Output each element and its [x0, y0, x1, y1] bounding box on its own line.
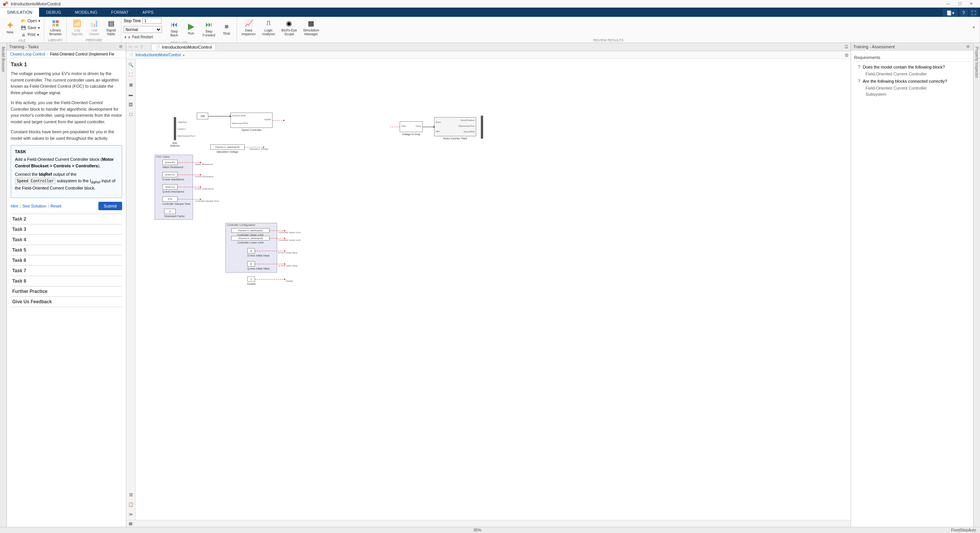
constant-block[interactable]: pmsm.Ld [162, 172, 178, 177]
data-inspector-button[interactable]: 📈 Data Inspector [239, 18, 258, 37]
review-group-label: REVIEW RESULTS [237, 38, 980, 43]
stop-icon: ■ [222, 22, 231, 31]
block-label: Q-Axis Inductance [162, 190, 184, 193]
constant-block[interactable]: 1 [247, 276, 255, 282]
stop-button[interactable]: ■ Stop [219, 21, 234, 36]
motor-inverter-block[interactable]: Dabc Iabc MotorPosition Mechanical Pos M… [434, 117, 476, 136]
bottom-tool-1-icon[interactable]: ▥ [127, 491, 134, 498]
tab-simulation[interactable]: SIMULATION [0, 8, 39, 17]
task-row[interactable]: Task 2 [11, 214, 122, 224]
fit-view-icon[interactable]: ⛶ [127, 71, 134, 78]
speed-controller-block[interactable]: Desired RPM Measured RPM IdqRef [230, 113, 273, 128]
canvas-crumb[interactable]: IntroductiontoMotorControl [136, 53, 181, 57]
fast-restart-button[interactable]: ⏵⏵Fast Restart [124, 34, 162, 40]
constant-block[interactable]: 2*pmsm.V_rated/sqrt(3) [231, 228, 270, 233]
new-icon: ✚ [5, 21, 15, 30]
signal-table-button[interactable]: ▤ Signal Table [103, 18, 119, 37]
sim-mode-select[interactable]: Normal [124, 26, 162, 33]
block-label: Controller Lower Limit [231, 241, 270, 244]
task-row[interactable]: Give Us Feedback [11, 296, 122, 307]
breadcrumb-link[interactable]: Closed-Loop Control [10, 52, 45, 56]
submit-button[interactable]: Submit [98, 202, 122, 210]
property-inspector-collapsed[interactable]: Property Inspector [973, 43, 980, 527]
simulink-canvas[interactable]: Bus Selector <IdqsRef> <wIaIbc> <Mechani… [136, 59, 851, 520]
library-browser-button[interactable]: Library Browser [47, 18, 64, 37]
collapse-icon[interactable]: ≫ [127, 511, 134, 518]
toolbar-shortcuts-icon[interactable]: 📑▾ [942, 9, 958, 17]
save-button[interactable]: 💾Save ▾ [19, 25, 42, 31]
sim-manager-button[interactable]: ▦ Simulation Manager [301, 18, 322, 37]
run-icon: ▶ [186, 22, 196, 31]
stop-time-input[interactable] [142, 18, 162, 24]
block-label: D-Axis Inductance [162, 178, 184, 181]
constant-block[interactable]: pmsm.Rs [162, 160, 178, 165]
constant-block[interactable]: 0 [247, 248, 255, 253]
tasks-panel-minimize-icon[interactable]: ⊖ [118, 44, 124, 50]
tab-debug[interactable]: DEBUG [39, 8, 68, 17]
log-signals-button[interactable]: 📶 Log Signals [69, 18, 85, 37]
nav-up-icon[interactable]: ⇧ [140, 44, 144, 49]
constant-block[interactable]: 2*Ts [162, 196, 178, 202]
view-toggle-icon[interactable]: ▥ [845, 53, 848, 57]
task-row[interactable]: Task 3 [11, 224, 122, 235]
canvas-bottom-icon[interactable]: ▦ [129, 521, 132, 526]
library-icon [51, 19, 60, 28]
logic-analyzer-button[interactable]: ⎍ Logic Analyzer [260, 18, 278, 37]
model-tab[interactable]: 📄 IntroductiontoMotorControl [151, 44, 216, 51]
comment-icon[interactable]: ▬ [127, 91, 134, 98]
maximize-button[interactable]: ☐ [954, 0, 965, 7]
requirement-sub: Subsystem [854, 92, 970, 97]
tab-apps[interactable]: APPS [136, 8, 160, 17]
task-row[interactable]: Further Practice [11, 286, 122, 297]
constant-block[interactable]: 0 [247, 261, 255, 266]
constant-block[interactable]: -2*pmsm.V_rated/sqrt(3) [231, 236, 270, 240]
tab-modeling[interactable]: MODELING [68, 8, 105, 17]
task-title: Task 1 [11, 61, 122, 67]
step-forward-button[interactable]: ⏭ Step Forward [200, 19, 217, 38]
nav-icon[interactable]: ▦ [127, 81, 134, 88]
zoom-level: 85% [474, 528, 481, 532]
bottom-tool-2-icon[interactable]: 📋 [127, 501, 134, 508]
birds-eye-button[interactable]: ◉ Bird's-Eye Scope [279, 18, 299, 37]
save-icon: 💾 [21, 25, 26, 30]
task-row[interactable]: Task 7 [11, 265, 122, 276]
step-back-button[interactable]: ⏮ Step Back [167, 19, 182, 38]
open-button[interactable]: 📂Open ▾ [19, 18, 42, 24]
run-button[interactable]: ▶ Run [183, 21, 199, 36]
view-options-icon[interactable]: ☰ [844, 44, 848, 49]
image-icon[interactable]: 🖼 [127, 101, 134, 108]
close-button[interactable]: ✕ [965, 0, 977, 7]
assessment-title: Training - Assessment [853, 44, 895, 49]
minimize-button[interactable]: — [942, 0, 954, 7]
model-browser-collapsed[interactable]: Model Browser [0, 43, 7, 527]
explorer-icon[interactable]: 🔍 [127, 61, 134, 68]
see-solution-link[interactable]: See Solution [22, 204, 46, 208]
nav-forward-icon[interactable]: ⇨ [134, 44, 138, 49]
voltage-to-duty-block[interactable]: Vabc Dabc [400, 121, 423, 132]
tab-format[interactable]: FORMAT [104, 8, 136, 17]
reset-link[interactable]: Reset [51, 204, 62, 208]
new-button[interactable]: ✚ New [2, 20, 18, 35]
tasks-panel: Training - Tasks ⊖ Closed-Loop Control ›… [7, 43, 126, 527]
task-row[interactable]: Task 5 [11, 245, 122, 255]
constant-block[interactable]: 2*pmsm.V_rated/sqrt(3) [210, 144, 245, 150]
toolstrip-expand-icon[interactable]: ▾ [970, 18, 977, 37]
toolbar-help-icon[interactable]: ? [959, 9, 968, 17]
constant-block[interactable]: pmsm.Lq [162, 184, 178, 190]
assessment-minimize-icon[interactable]: ⊖ [965, 44, 971, 50]
block-label: Motor-Inverter Plant [434, 137, 476, 140]
bus-bar [481, 116, 483, 139]
task-row[interactable]: Task 6 [11, 255, 122, 266]
toolbar-fullscreen-icon[interactable]: ⛶ [969, 9, 978, 17]
task-row[interactable]: Task 4 [11, 234, 122, 245]
task-row[interactable]: Task 8 [11, 276, 122, 286]
select-icon[interactable]: ☐ [127, 111, 134, 118]
add-viewer-button[interactable]: 📊 Add Viewer [87, 18, 102, 37]
logic-analyzer-icon: ⎍ [264, 19, 273, 28]
nav-back-icon[interactable]: ⇦ [129, 44, 132, 49]
print-button[interactable]: 🖨Print ▾ [19, 31, 42, 38]
constant-block[interactable]: 2 [164, 209, 176, 214]
hint-link[interactable]: Hint [11, 204, 18, 208]
constant-block[interactable]: 700 [197, 113, 208, 119]
signal-table-icon: ▤ [106, 19, 116, 28]
